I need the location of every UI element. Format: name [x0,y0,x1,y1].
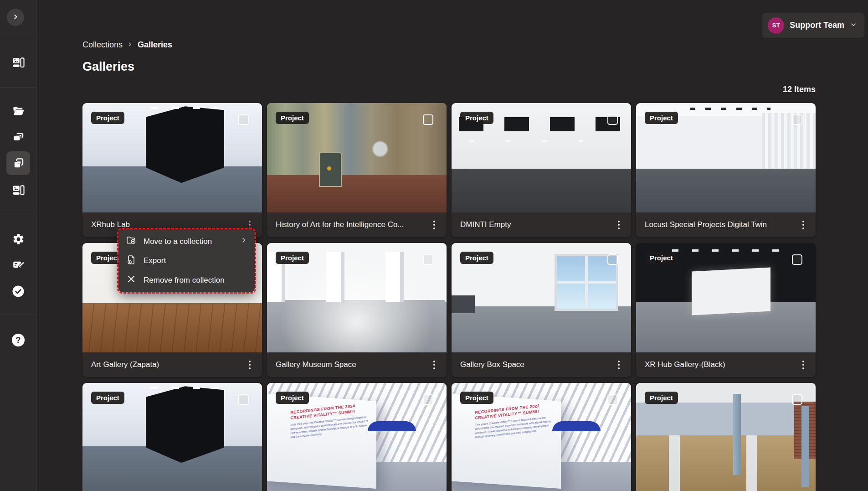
kebab-menu-button[interactable] [612,356,626,373]
menu-item-label: Remove from collection [144,276,247,285]
card-title: Gallery Museum Space [276,360,356,369]
gallery-card: Project Gallery Box Space [452,243,631,377]
card-thumbnail[interactable]: Project RECORDINGS FROM THE 2024 CREATIV… [267,383,447,491]
card-thumbnail[interactable]: Project [82,383,262,491]
sidebar-item-feedback[interactable] [6,253,30,276]
breadcrumb-current: Galleries [138,40,172,50]
card-select-checkbox[interactable] [792,114,802,125]
card-thumbnail[interactable]: Project [267,243,447,352]
card-select-checkbox[interactable] [792,394,802,405]
kebab-menu-button[interactable] [427,356,441,373]
sidebar-toggle-button[interactable] [7,9,24,26]
card-thumbnail[interactable]: Project [636,103,816,212]
kebab-menu-button[interactable] [796,356,810,373]
sidebar-item-help[interactable]: ? [6,328,30,352]
sidebar-divider [0,87,36,88]
sidebar-divider [0,215,36,215]
media-dashboard-icon [12,57,25,69]
card-select-checkbox[interactable] [607,394,618,405]
page-title: Galleries [82,60,134,74]
avatar: ST [768,17,784,34]
media-dashboard-icon-2 [12,184,25,196]
card-thumbnail[interactable]: Project [82,103,262,212]
gallery-card: Project Locust Special Projects Digital … [636,103,816,237]
menu-item-label: Move to a collection [144,237,233,246]
card-select-checkbox[interactable] [607,114,618,125]
card-thumbnail[interactable]: Project RECORDINGS FROM THE 2022 CREATIV… [452,383,631,491]
chevron-down-icon [850,21,857,30]
kebab-menu-button[interactable] [243,356,257,373]
folder-move-icon [126,235,137,248]
card-title-bar: XR Hub Gallery-(Black) [636,352,816,377]
card-select-checkbox[interactable] [423,394,433,405]
card-thumbnail[interactable]: Project [267,103,447,212]
card-title: XR Hub Gallery-(Black) [645,360,725,369]
sidebar-item-settings[interactable] [6,227,30,251]
gallery-card: Project RECORDINGS FROM THE 2022 CREATIV… [452,383,631,491]
gallery-card: Project Gallery Museum Space [267,243,447,377]
stacked-cards-icon [12,131,25,144]
items-count: 12 Items [783,85,816,94]
sidebar-item-galleries[interactable] [6,178,30,202]
menu-item-remove-from-collection[interactable]: Remove from collection [118,271,255,289]
user-menu-button[interactable]: ST Support Team [762,13,864,38]
sidebar-item-scenes[interactable] [6,125,30,149]
sidebar-item-folder[interactable] [6,99,30,123]
card-title: Art Gallery (Zapata) [91,360,159,369]
card-title-bar: Art Gallery (Zapata) [82,352,262,377]
card-select-checkbox[interactable] [423,114,433,125]
sidebar: ? [0,0,37,491]
gallery-grid: Project XRhub Lab Project History of Art… [82,103,816,491]
project-badge: Project [276,112,309,124]
sidebar-divider [0,38,36,38]
card-title: History of Art for the Intelligence Co..… [276,220,404,229]
chevron-right-icon [240,237,247,246]
sidebar-divider [0,315,36,315]
menu-item-label: Export [144,256,247,265]
kebab-menu-button[interactable] [427,216,441,233]
project-badge: Project [276,392,309,404]
project-badge: Project [645,392,678,404]
menu-item-export[interactable]: Export [118,252,255,270]
card-title: Locust Special Projects Digital Twin [645,220,767,229]
gallery-card: Project XRhub Lab [82,103,262,237]
card-select-checkbox[interactable] [792,254,802,265]
gallery-card: Project [82,383,262,491]
gallery-card: Project [636,383,816,491]
card-thumbnail[interactable]: Project [452,103,631,212]
menu-item-move-to-collection[interactable]: Move to a collection [118,233,255,251]
card-title: DMINTI Empty [460,220,511,229]
card-thumbnail[interactable]: Project [636,383,816,491]
card-title-bar: History of Art for the Intelligence Co..… [267,212,447,237]
chevron-right-icon [11,13,20,22]
edit-card-icon [12,258,25,271]
sidebar-item-media-dashboard[interactable] [6,51,30,74]
card-thumbnail[interactable]: Project [452,243,631,352]
card-select-checkbox[interactable] [238,394,249,405]
project-badge: Project [645,252,678,264]
user-menu-label: Support Team [790,21,844,30]
sidebar-item-collections[interactable] [6,151,30,175]
project-badge: Project [460,392,493,404]
kebab-menu-button[interactable] [796,216,810,233]
sidebar-item-tasks[interactable] [6,279,30,303]
card-select-checkbox[interactable] [607,254,618,265]
project-badge: Project [91,392,124,404]
card-thumbnail[interactable]: Project [636,243,816,352]
context-menu: Move to a collection Export Remove from … [118,229,255,292]
kebab-menu-button[interactable] [612,216,626,233]
card-title-bar: Locust Special Projects Digital Twin [636,212,816,237]
x-icon [126,274,137,287]
gear-icon [12,233,25,245]
thumbnail-overlay: RECORDINGS FROM THE 2022 CREATIVE VITALI… [475,402,554,440]
copy-collections-icon [12,157,25,170]
card-select-checkbox[interactable] [423,254,433,265]
gallery-card: Project History of Art for the Intellige… [267,103,447,237]
help-icon: ? [11,333,26,347]
breadcrumb-collections-link[interactable]: Collections [82,40,123,50]
card-select-checkbox[interactable] [238,114,249,125]
folder-open-icon [12,105,25,117]
check-circle-icon [11,284,25,298]
svg-text:?: ? [16,336,21,345]
export-file-icon [126,254,137,268]
